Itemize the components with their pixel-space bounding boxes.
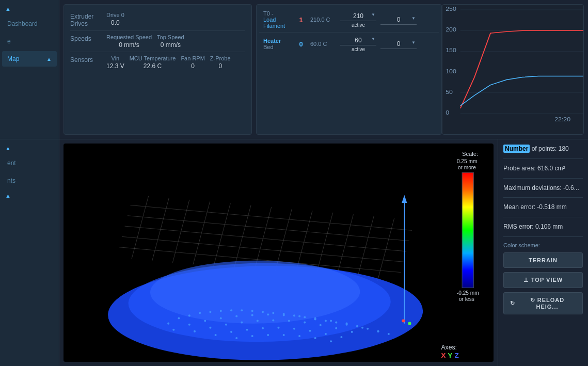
sidebar-item-ent[interactable]: ent	[2, 155, 57, 171]
mcu-temp-value: 22.6 C	[144, 62, 162, 70]
machine-status-panel: Extruder Drives Drive 0 0.0 Speeds Reque…	[63, 4, 252, 135]
t0-celsius: 210.0 C	[310, 17, 336, 23]
svg-point-62	[251, 314, 253, 316]
zprobe-label: Z-Probe	[210, 55, 231, 61]
svg-point-86	[277, 327, 279, 329]
svg-point-39	[209, 311, 211, 313]
terrain-button[interactable]: TERRAIN	[503, 252, 583, 268]
svg-point-72	[209, 327, 211, 329]
sidebar-item-map[interactable]: Map ▲	[2, 51, 57, 67]
drive0-value: 0.0	[111, 19, 120, 26]
svg-point-69	[361, 327, 363, 329]
sensors-content: Vin 12.3 V MCU Temperature 22.6 C Fan RP…	[106, 55, 245, 70]
bed-active-select[interactable]: 60	[340, 36, 376, 45]
sensors-label: Sensors	[70, 55, 106, 63]
drives-row: Extruder Drives Drive 0 0.0	[70, 9, 245, 31]
svg-point-50	[325, 320, 327, 322]
svg-point-44	[262, 311, 264, 313]
svg-point-53	[356, 325, 358, 327]
points-text: of points: 180	[532, 145, 569, 152]
svg-point-74	[241, 322, 243, 324]
drives-label: Extruder Drives	[70, 12, 106, 27]
svg-text:100: 100	[446, 69, 456, 74]
svg-point-48	[304, 316, 306, 318]
right-panel: Number of points: 180 Probe area: 616.0 …	[498, 139, 588, 366]
fan-rpm-item: Fan RPM 0	[181, 55, 204, 70]
svg-point-101	[408, 322, 411, 325]
rms-error: RMS error: 0.106 mm	[503, 222, 583, 231]
t0-standby-select[interactable]: 0	[380, 15, 417, 25]
top-view-button[interactable]: ⊥ TOP VIEW	[503, 272, 583, 288]
mcu-temp-label: MCU Temperature	[130, 55, 176, 61]
mcu-temp-item: MCU Temperature 22.6 C	[130, 55, 176, 70]
sidebar-item-nts[interactable]: nts	[2, 173, 57, 188]
sidebar-item-e[interactable]: e	[2, 34, 57, 49]
vin-label: Vin	[112, 55, 120, 61]
number-highlight: Number	[503, 145, 530, 153]
svg-point-97	[330, 340, 332, 342]
svg-text:0: 0	[446, 110, 449, 116]
mean-error: Mean error: -0.518 mm	[503, 203, 583, 212]
svg-point-92	[251, 335, 253, 337]
svg-text:22:20: 22:20	[554, 117, 570, 122]
t0-current-temp: 1	[296, 16, 306, 24]
svg-point-51	[335, 322, 337, 324]
sidebar-item-dashboard[interactable]: Dashboard	[2, 16, 57, 31]
svg-point-47	[293, 314, 295, 316]
t0-standby-wrapper[interactable]: 0	[380, 15, 417, 25]
drive0-item: Drive 0 0.0	[106, 12, 124, 26]
svg-point-40	[220, 310, 222, 312]
height-map-svg: Axes: X Y Z Scale: 0.25 mm or more	[63, 144, 494, 362]
svg-point-90	[340, 336, 342, 338]
svg-point-84	[246, 329, 248, 331]
svg-point-89	[325, 333, 327, 335]
svg-point-35	[167, 323, 169, 325]
drives-content: Drive 0 0.0	[106, 12, 245, 26]
svg-point-77	[288, 320, 290, 322]
load-filament-link[interactable]: Load Filament	[263, 17, 292, 29]
svg-point-54	[367, 328, 369, 330]
svg-text:or less: or less	[459, 296, 474, 302]
svg-text:-0.25 mm: -0.25 mm	[457, 290, 479, 296]
svg-point-57	[172, 329, 174, 331]
svg-point-61	[235, 315, 237, 317]
svg-point-80	[335, 327, 337, 329]
sidebar-bottom-header-2: ▲	[0, 189, 59, 202]
svg-point-65	[298, 315, 300, 317]
svg-point-91	[235, 337, 237, 339]
svg-text:50: 50	[446, 89, 453, 95]
bed-active-wrapper[interactable]: 60	[340, 36, 376, 45]
svg-point-81	[351, 331, 353, 333]
requested-speed-item: Requested Speed 0 mm/s	[106, 34, 152, 49]
svg-point-96	[314, 337, 316, 339]
bed-standby-wrapper[interactable]: 0	[380, 39, 417, 49]
t0-active-select[interactable]: 210	[340, 11, 376, 21]
number-of-points: Number of points: 180	[503, 145, 583, 153]
sidebar-bottom-header: ▲	[0, 142, 59, 154]
t0-active-wrapper[interactable]: 210	[340, 11, 376, 21]
svg-point-43	[251, 310, 253, 312]
heater-label: Heater	[263, 38, 292, 44]
svg-point-93	[267, 334, 269, 336]
svg-text:X: X	[441, 352, 446, 359]
max-deviations: Maximum deviations: -0.6...	[503, 184, 583, 193]
svg-point-67	[330, 320, 332, 322]
svg-point-85	[262, 327, 264, 329]
bed-standby-select[interactable]: 0	[380, 39, 417, 49]
svg-point-75	[257, 320, 259, 322]
speeds-label: Speeds	[70, 34, 106, 42]
svg-text:200: 200	[446, 27, 456, 33]
reload-height-button[interactable]: ↻ ↻ RELOAD HEIG...	[503, 292, 583, 314]
chevron-up-icon-3: ▲	[5, 193, 11, 199]
reload-icon: ↻	[510, 300, 515, 307]
sensors-row: Sensors Vin 12.3 V MCU Temperature 22.6 …	[70, 52, 245, 73]
svg-text:0.25 mm: 0.25 mm	[457, 158, 477, 164]
sidebar-label-e: e	[7, 38, 11, 45]
sidebar-label-nts: nts	[7, 177, 15, 184]
svg-point-36	[178, 317, 180, 319]
svg-point-38	[199, 312, 201, 314]
reload-label: ↻ RELOAD HEIG...	[518, 297, 576, 310]
svg-text:Axes:: Axes:	[441, 344, 456, 351]
svg-text:Y: Y	[448, 352, 453, 359]
height-map-container[interactable]: Axes: X Y Z Scale: 0.25 mm or more	[63, 144, 494, 362]
